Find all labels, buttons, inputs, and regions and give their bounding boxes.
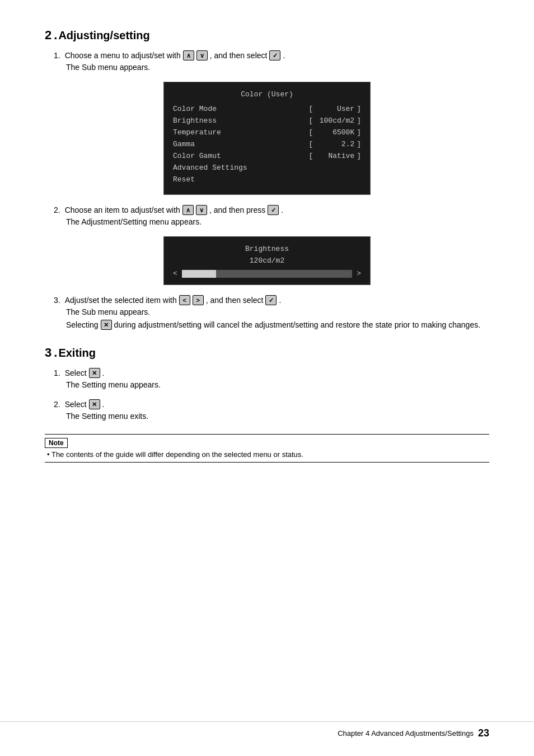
footer: Chapter 4 Advanced Adjustments/Settings … <box>0 721 534 739</box>
footer-chapter-text: Chapter 4 Advanced Adjustments/Settings <box>338 729 474 738</box>
step2-3: 3. Adjust/set the selected item with < >… <box>54 295 489 330</box>
section2-heading: 2 . Adjusting/setting <box>45 28 489 43</box>
step2-3-text-end: . <box>279 296 281 305</box>
step2-3-number: 3. <box>54 296 60 305</box>
step2-1-line: 1. Choose a menu to adjust/set with ∧ ∨ … <box>54 50 489 60</box>
section3-number: 3 <box>45 346 51 360</box>
osd-color-user-container: Color (User) Color Mode [ User ] Brightn… <box>45 82 489 195</box>
step3-1-line: 1. Select ✕ . <box>54 368 489 378</box>
x-button-3-2[interactable]: ✕ <box>89 399 100 409</box>
brightness-arrow-left: < <box>173 269 177 278</box>
osd-brightness-title: Brightness <box>164 242 370 255</box>
section3: 3 . Exiting 1. Select ✕ . The Setting me… <box>45 346 489 421</box>
note-box: Note • The contents of the guide will di… <box>45 434 489 463</box>
section2-number: 2 <box>45 28 51 43</box>
left-button[interactable]: < <box>179 295 190 305</box>
osd-brightness-bar <box>182 270 352 278</box>
right-button[interactable]: > <box>193 295 204 305</box>
step2-3-text-before: Adjust/set the selected item with <box>65 296 177 305</box>
step2-3-extra: Selecting ✕ during adjustment/setting wi… <box>66 320 489 330</box>
step2-2-text-end: . <box>281 206 283 214</box>
up-button[interactable]: ∧ <box>183 50 194 60</box>
note-label: Note <box>45 438 68 448</box>
check-button-3[interactable]: ✓ <box>265 295 277 305</box>
down-button-2[interactable]: ∨ <box>196 205 207 215</box>
step3-1-number: 1. <box>54 368 60 377</box>
osd-brightness-bar-row: < > <box>164 269 370 278</box>
osd-row-colormode: Color Mode [ User ] <box>164 103 370 115</box>
step3-2-line: 2. Select ✕ . <box>54 399 489 409</box>
step2-1-subtext: The Sub menu appears. <box>66 63 489 72</box>
step3-1-text-after: . <box>102 368 105 377</box>
step3-2-text-after: . <box>102 400 105 409</box>
note-content: The contents of the guide will differ de… <box>51 450 303 459</box>
osd-row-advanced: Advanced Settings <box>164 162 370 174</box>
section3-dot: . <box>54 346 57 360</box>
step2-3-subtext: The Sub menu appears. <box>66 307 489 316</box>
step3-1-subtext: The Setting menu appears. <box>66 380 489 389</box>
step2-2-subtext: The Adjustment/Setting menu appears. <box>66 217 489 226</box>
x-button-inline[interactable]: ✕ <box>101 320 112 330</box>
osd-brightness-container: Brightness 120cd/m2 < > <box>45 236 489 285</box>
section3-title: Exiting <box>58 347 96 360</box>
osd-row-brightness: Brightness [ 100cd/m2 ] <box>164 115 370 127</box>
osd-row-reset: Reset <box>164 174 370 185</box>
step2-1-text-before: Choose a menu to adjust/set with <box>65 51 181 60</box>
osd-row-temperature: Temperature [ 6500K ] <box>164 127 370 138</box>
section3-heading: 3 . Exiting <box>45 346 489 360</box>
step2-3-line: 3. Adjust/set the selected item with < >… <box>54 295 489 305</box>
step3-1-text-before: Select <box>65 368 87 377</box>
step3-2-number: 2. <box>54 400 60 409</box>
step2-3-selecting-text: Selecting <box>66 320 99 329</box>
step3-2-subtext: The Setting menu exits. <box>66 412 489 421</box>
section2-dot: . <box>54 28 57 43</box>
step2-2-number: 2. <box>54 206 60 214</box>
up-button-2[interactable]: ∧ <box>182 205 194 215</box>
page: 2 . Adjusting/setting 1. Choose a menu t… <box>0 0 534 756</box>
step3-1: 1. Select ✕ . The Setting menu appears. <box>54 368 489 389</box>
note-label-wrapper: Note <box>45 438 489 450</box>
osd-color-user-title: Color (User) <box>164 88 370 103</box>
section2-title: Adjusting/setting <box>58 29 149 42</box>
note-text: • The contents of the guide will differ … <box>47 450 489 459</box>
footer-page-number: 23 <box>478 727 489 739</box>
step2-2-line: 2. Choose an item to adjust/set with ∧ ∨… <box>54 205 489 215</box>
down-button[interactable]: ∨ <box>196 50 208 60</box>
osd-brightness-fill <box>182 270 216 278</box>
osd-brightness-value: 120cd/m2 <box>164 255 370 269</box>
step2-2-text-mid: , and then press <box>209 206 265 214</box>
check-button[interactable]: ✓ <box>269 50 280 60</box>
check-button-2[interactable]: ✓ <box>268 205 279 215</box>
osd-row-gamma: Gamma [ 2.2 ] <box>164 138 370 150</box>
osd-color-user-menu: Color (User) Color Mode [ User ] Brightn… <box>163 82 371 195</box>
osd-row-colorgamut: Color Gamut [ Native ] <box>164 150 370 162</box>
step2-1: 1. Choose a menu to adjust/set with ∧ ∨ … <box>54 50 489 72</box>
note-bullet: • <box>47 450 51 459</box>
osd-brightness-menu: Brightness 120cd/m2 < > <box>163 236 371 285</box>
step2-1-text-mid: , and then select <box>210 51 268 60</box>
step2-2-text-before: Choose an item to adjust/set with <box>65 206 180 214</box>
step2-2: 2. Choose an item to adjust/set with ∧ ∨… <box>54 205 489 226</box>
step2-3-extra-text: during adjustment/setting will cancel th… <box>114 320 480 329</box>
step2-1-text-end: . <box>283 51 285 60</box>
brightness-arrow-right: > <box>357 269 361 278</box>
step2-3-text-mid: , and then select <box>206 296 264 305</box>
step3-2-text-before: Select <box>65 400 87 409</box>
step2-1-number: 1. <box>54 51 60 60</box>
step3-2: 2. Select ✕ . The Setting menu exits. <box>54 399 489 421</box>
x-button-3-1[interactable]: ✕ <box>89 368 100 378</box>
